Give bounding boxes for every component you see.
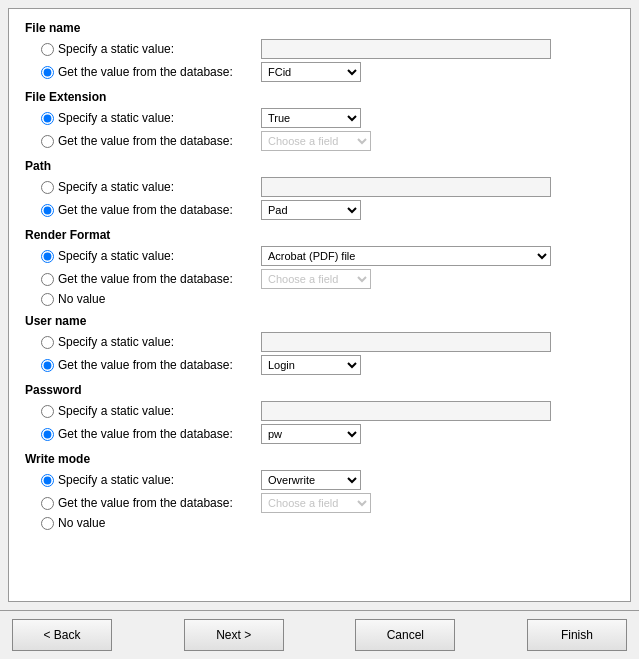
section-title-path: Path (25, 159, 614, 173)
label-rf-novalue: No value (58, 292, 105, 306)
select-un-db[interactable]: Login (261, 355, 361, 375)
row-fn-db: Get the value from the database:FCid (25, 62, 614, 82)
section-title-password: Password (25, 383, 614, 397)
label-un-db: Get the value from the database: (58, 358, 233, 372)
section-title-user-name: User name (25, 314, 614, 328)
radio-rf-db[interactable] (41, 273, 54, 286)
radio-un-db[interactable] (41, 359, 54, 372)
label-fn-static: Specify a static value: (58, 42, 174, 56)
radio-rf-static[interactable] (41, 250, 54, 263)
row-path-db: Get the value from the database:Pad (25, 200, 614, 220)
radio-wm-db[interactable] (41, 497, 54, 510)
label-fn-db: Get the value from the database: (58, 65, 233, 79)
select-rf-db[interactable]: Choose a field (261, 269, 371, 289)
section-title-file-extension: File Extension (25, 90, 614, 104)
label-pw-static: Specify a static value: (58, 404, 174, 418)
row-fn-static: Specify a static value: (25, 39, 614, 59)
row-rf-novalue: No value (25, 292, 614, 306)
row-un-db: Get the value from the database:Login (25, 355, 614, 375)
row-wm-static: Specify a static value:OverwriteAppend (25, 470, 614, 490)
label-un-static: Specify a static value: (58, 335, 174, 349)
section-title-write-mode: Write mode (25, 452, 614, 466)
next-button[interactable]: Next > (184, 619, 284, 651)
label-rf-static: Specify a static value: (58, 249, 174, 263)
row-path-static: Specify a static value: (25, 177, 614, 197)
input-pw-static[interactable] (261, 401, 551, 421)
label-wm-novalue: No value (58, 516, 105, 530)
row-un-static: Specify a static value: (25, 332, 614, 352)
row-wm-db: Get the value from the database:Choose a… (25, 493, 614, 513)
row-rf-db: Get the value from the database:Choose a… (25, 269, 614, 289)
radio-wm-static[interactable] (41, 474, 54, 487)
label-fe-db: Get the value from the database: (58, 134, 233, 148)
row-fe-static: Specify a static value:TrueFalse (25, 108, 614, 128)
select-fe-static[interactable]: TrueFalse (261, 108, 361, 128)
label-fe-static: Specify a static value: (58, 111, 174, 125)
label-path-static: Specify a static value: (58, 180, 174, 194)
radio-fe-static[interactable] (41, 112, 54, 125)
footer: < Back Next > Cancel Finish (0, 610, 639, 659)
label-path-db: Get the value from the database: (58, 203, 233, 217)
input-path-static[interactable] (261, 177, 551, 197)
select-fe-db[interactable]: Choose a field (261, 131, 371, 151)
back-button[interactable]: < Back (12, 619, 112, 651)
label-pw-db: Get the value from the database: (58, 427, 233, 441)
section-title-render-format: Render Format (25, 228, 614, 242)
radio-path-static[interactable] (41, 181, 54, 194)
select-path-db[interactable]: Pad (261, 200, 361, 220)
label-rf-db: Get the value from the database: (58, 272, 233, 286)
input-un-static[interactable] (261, 332, 551, 352)
row-fe-db: Get the value from the database:Choose a… (25, 131, 614, 151)
row-rf-static: Specify a static value:Acrobat (PDF) fil… (25, 246, 614, 266)
radio-pw-db[interactable] (41, 428, 54, 441)
radio-fe-db[interactable] (41, 135, 54, 148)
select-fn-db[interactable]: FCid (261, 62, 361, 82)
radio-path-db[interactable] (41, 204, 54, 217)
radio-rf-novalue[interactable] (41, 293, 54, 306)
radio-un-static[interactable] (41, 336, 54, 349)
radio-fn-db[interactable] (41, 66, 54, 79)
row-pw-db: Get the value from the database:pw (25, 424, 614, 444)
select-pw-db[interactable]: pw (261, 424, 361, 444)
radio-fn-static[interactable] (41, 43, 54, 56)
cancel-button[interactable]: Cancel (355, 619, 455, 651)
label-wm-db: Get the value from the database: (58, 496, 233, 510)
select-wm-static[interactable]: OverwriteAppend (261, 470, 361, 490)
radio-pw-static[interactable] (41, 405, 54, 418)
input-fn-static[interactable] (261, 39, 551, 59)
radio-wm-novalue[interactable] (41, 517, 54, 530)
form-content: File name Specify a static value: Get th… (8, 8, 631, 602)
select-wm-db[interactable]: Choose a field (261, 493, 371, 513)
select-rf-static[interactable]: Acrobat (PDF) file (261, 246, 551, 266)
section-title-file-name: File name (25, 21, 614, 35)
row-pw-static: Specify a static value: (25, 401, 614, 421)
row-wm-novalue: No value (25, 516, 614, 530)
label-wm-static: Specify a static value: (58, 473, 174, 487)
finish-button[interactable]: Finish (527, 619, 627, 651)
